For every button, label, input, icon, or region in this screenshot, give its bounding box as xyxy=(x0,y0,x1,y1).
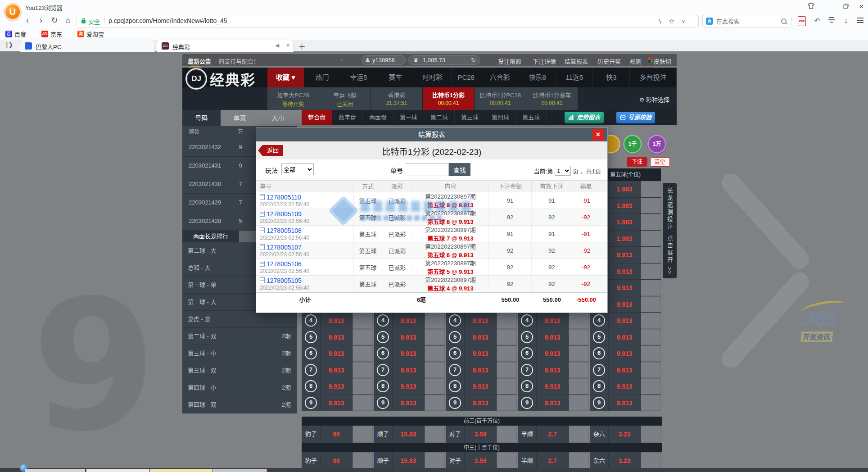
odds-cell[interactable]: 9.913 xyxy=(609,329,640,345)
section-odds[interactable]: 15.83 xyxy=(393,426,424,443)
board-tab-第三球[interactable]: 第三球 xyxy=(455,110,485,125)
bet-option-cell[interactable]: 7 xyxy=(446,362,465,378)
amount-cell[interactable] xyxy=(641,214,661,230)
odds-cell[interactable]: 9.913 xyxy=(609,313,640,329)
top-link-下注详情[interactable]: 下注详情 xyxy=(533,57,556,65)
trend-chart-button[interactable]: 走势图表 xyxy=(565,112,604,123)
amount-cell[interactable] xyxy=(353,395,373,411)
page-select[interactable]: 1 xyxy=(555,166,571,176)
undo-close-tab-icon[interactable]: ↶ xyxy=(811,15,823,27)
skin-shirt-icon[interactable] xyxy=(805,2,817,12)
maximize-button[interactable] xyxy=(840,2,852,12)
odds-cell[interactable]: 9.913 xyxy=(465,313,496,329)
bet-option-cell[interactable]: 5 xyxy=(446,329,465,345)
amount-cell[interactable] xyxy=(353,378,373,395)
amount-cell[interactable] xyxy=(425,345,445,362)
board-tab-第一球[interactable]: 第一球 xyxy=(393,110,424,125)
amount-cell[interactable] xyxy=(569,362,589,378)
odds-cell[interactable]: 9.913 xyxy=(537,313,568,329)
odds-cell[interactable]: 9.913 xyxy=(393,329,424,345)
amount-cell[interactable] xyxy=(641,329,661,345)
amount-cell[interactable] xyxy=(641,247,661,263)
play-filter-select[interactable]: 全部 xyxy=(281,163,314,175)
amount-cell[interactable] xyxy=(353,345,373,362)
url-text[interactable]: p.cpq|zpor.com/Home/IndexNew#/lotto_45 xyxy=(108,17,227,24)
bet-option-cell[interactable]: 9 xyxy=(446,395,465,411)
amount-cell[interactable] xyxy=(641,231,661,247)
left-tab-号码[interactable]: 号码 xyxy=(182,110,221,126)
bet-option-cell[interactable]: 5 xyxy=(590,329,609,345)
amount-cell[interactable] xyxy=(641,362,661,378)
section-amount-cell[interactable] xyxy=(497,452,517,469)
nav-item-时时彩[interactable]: 时时彩 xyxy=(414,68,452,87)
bet-option-cell[interactable]: 8 xyxy=(590,378,609,395)
left-tab-大小[interactable]: 大小 xyxy=(259,110,297,126)
announcement-chevron-icon[interactable]: › xyxy=(341,56,343,63)
odds-cell[interactable]: 9.913 xyxy=(393,395,424,411)
section-odds[interactable]: 90 xyxy=(321,426,352,443)
odds-cell[interactable]: 9.913 xyxy=(465,378,496,395)
left-tab-单双[interactable]: 单双 xyxy=(221,110,259,126)
nav-item-多台投注[interactable]: 多台投注 xyxy=(630,68,677,87)
section-odds[interactable]: 2.7 xyxy=(537,452,568,469)
bookmark-京东[interactable]: JD京东 xyxy=(41,29,62,38)
bet-option-cell[interactable]: 7 xyxy=(302,362,321,378)
amount-cell[interactable] xyxy=(641,280,661,296)
amount-cell[interactable] xyxy=(497,362,517,378)
close-window-button[interactable]: × xyxy=(855,2,867,12)
search-engine-icon[interactable]: 百 xyxy=(706,18,713,25)
section-amount-cell[interactable] xyxy=(569,452,589,469)
board-tab-第五球[interactable]: 第五球 xyxy=(516,110,547,125)
bookmark-百度[interactable]: 百百度 xyxy=(5,29,26,38)
odds-cell[interactable]: 9.913 xyxy=(321,362,352,378)
board-tab-数字盘[interactable]: 数字盘 xyxy=(332,110,363,125)
odds-cell[interactable]: 1.983 xyxy=(609,198,640,214)
expand-arrows-icon[interactable]: >> xyxy=(666,267,673,274)
odds-cell[interactable]: 9.913 xyxy=(609,362,640,378)
game-tab-加拿大PC28[interactable]: 加拿大PC28等待开奖 xyxy=(267,87,319,110)
amount-cell[interactable] xyxy=(425,395,445,411)
section-odds[interactable]: 3.59 xyxy=(465,426,496,443)
odds-cell[interactable]: 9.913 xyxy=(537,362,568,378)
bet-option-cell[interactable]: 6 xyxy=(518,345,537,362)
chip-1千[interactable]: 1千 xyxy=(623,135,642,154)
nav-item-11选5[interactable]: 11选5 xyxy=(556,68,593,87)
section-odds[interactable]: 90 xyxy=(321,452,352,469)
odds-cell[interactable]: 9.913 xyxy=(537,395,568,411)
odds-cell[interactable]: 9.913 xyxy=(465,345,496,362)
home-button[interactable]: ⌂ xyxy=(62,15,74,27)
bet-option-cell[interactable]: 9 xyxy=(374,395,393,411)
bet-option-cell[interactable]: 4 xyxy=(446,313,465,329)
amount-cell[interactable] xyxy=(641,263,661,280)
order-id-link[interactable]: 1278005106 xyxy=(267,260,302,268)
section-amount-cell[interactable] xyxy=(641,426,661,443)
instant-page-icon[interactable]: ϟ xyxy=(655,17,665,26)
amount-cell[interactable] xyxy=(425,329,445,345)
amount-cell[interactable] xyxy=(497,329,517,345)
search-report-button[interactable]: 查找 xyxy=(449,163,470,176)
order-id-link[interactable]: 1278005108 xyxy=(267,227,302,234)
nav-item-六合彩[interactable]: 六合彩 xyxy=(481,68,519,87)
streak-rank-tab[interactable]: 两面长龙排行 xyxy=(182,231,239,242)
odds-cell[interactable]: 9.913 xyxy=(321,345,352,362)
board-tab-第四球[interactable]: 第四球 xyxy=(485,110,516,125)
bet-option-cell[interactable]: 4 xyxy=(518,313,537,329)
taskbar-window[interactable] xyxy=(25,469,85,472)
nav-item-幸运5[interactable]: 幸运5 xyxy=(340,68,377,87)
section-amount-cell[interactable] xyxy=(353,426,373,443)
odds-cell[interactable]: 9.913 xyxy=(609,345,640,362)
section-amount-cell[interactable] xyxy=(353,452,373,469)
odds-cell[interactable]: 9.913 xyxy=(321,395,352,411)
bet-option-cell[interactable]: 5 xyxy=(302,329,321,345)
tab-audio-icon[interactable] xyxy=(276,43,280,50)
board-tab-两面盘[interactable]: 两面盘 xyxy=(363,110,393,125)
odds-cell[interactable]: 9.913 xyxy=(465,362,496,378)
forward-button[interactable]: › xyxy=(35,15,47,27)
order-id-link[interactable]: 1278005107 xyxy=(267,244,302,251)
taskbar-window[interactable] xyxy=(213,469,267,472)
amount-cell[interactable] xyxy=(569,313,589,329)
section-odds[interactable]: 3.23 xyxy=(609,426,640,443)
bet-option-cell[interactable]: 4 xyxy=(302,313,321,329)
section-odds[interactable]: 3.59 xyxy=(465,452,496,469)
browser-tab[interactable]: 巴黎人PC xyxy=(20,40,155,52)
